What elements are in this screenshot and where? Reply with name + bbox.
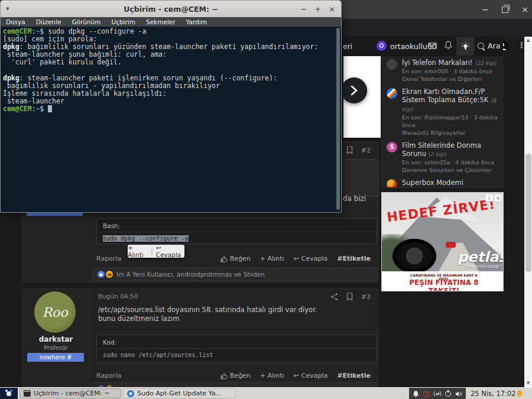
thumbs-up-emoji [98,271,105,278]
taskbar-window-terminal[interactable]: Uçbirim - cem@CEM: ~ [20,388,121,398]
reply-button[interactable]: ↩ Cevapla [294,372,328,379]
advertisement[interactable]: HEDEF ZİRVE! petlas "Türkiye'nin lastiği… [381,192,504,291]
topic-category[interactable]: Genel Telefonlar ve Diğerleri [402,75,498,83]
scroll-up-icon[interactable]: ▲ [524,37,532,44]
quote-button[interactable]: + Alıntı [260,255,284,262]
reactions-text: Im A Yeni Kullanıcı, androidprotmmas ve … [116,271,265,278]
terminal-text: steam-launcher şuna bağımlı: curl, ama: [3,50,167,59]
page-scrollbar[interactable]: ▲ ▼ [524,37,532,387]
bookmark-icon[interactable] [346,293,353,301]
terminal-cursor [48,105,52,112]
author-badge[interactable]: nowhere # [27,353,84,362]
post-body-line2: bunu düzeltmeniz lazım [98,314,317,323]
reply-button[interactable]: ↩ Cevapla [294,255,328,262]
terminal-menu-sekmeler[interactable]: Sekmeler [141,18,181,25]
like-button[interactable]: Beğen [220,255,251,262]
user-avatar[interactable]: O [377,41,387,51]
thumbs-up-icon [220,372,228,379]
terminal-minimize-button[interactable]: − [300,5,307,14]
terminal-scrollbar-thumb[interactable] [336,28,340,210]
search-button[interactable]: Ara [478,41,500,50]
terminal-maximize-button[interactable]: + [314,5,321,14]
selected-code-text[interactable]: sudo dpkg --configure -a [103,235,189,242]
terminal-menubar: DosyaDüzenleGörünümUçbirimSekmelerYardım [1,17,341,27]
browser-close-button[interactable]: × [521,5,528,14]
terminal-text: bağımlılık sorunları - yapılandırılmadan… [3,82,220,90]
reminder-bell-icon[interactable] [516,390,523,398]
topic-viewer-count: (22 kişi) [475,60,496,66]
lightbulb-icon [461,41,470,51]
scroll-down-icon[interactable]: ▼ [524,379,532,387]
tooltip-quote-button[interactable]: + Alıntı [128,244,148,258]
applications-menu-button[interactable] [0,388,18,399]
report-link[interactable]: Raporla [96,372,121,379]
browser-restore-button[interactable] [502,7,508,13]
updates-warning-icon[interactable]: ! [423,391,430,397]
topic-title[interactable]: Superbox Modemi Yüzünden 622 Lira Borç (… [402,179,498,188]
code-text[interactable]: sudo nano /etc/apt/sources.list [97,349,377,361]
sidebar-topic[interactable]: SFilm Sitelerinde Donma Sorunu (2 kişi)E… [387,141,498,174]
terminal-text: İşleme sırasında hatalarla karşılaşıldı: [3,89,167,98]
topic-category[interactable]: Masaüstü Bilgisayarlar [402,129,498,137]
topic-category[interactable]: Donanım Sorunları ve Çözümler [402,166,498,174]
like-label: Beğen [230,255,251,262]
code-language-label: Bash: [97,219,377,232]
alerts-bell-icon[interactable] [445,41,452,50]
scrollbar-thumb[interactable] [525,154,531,272]
tooltip-reply-button[interactable]: ↩ Cevapla [156,244,184,258]
inbox-envelope-icon[interactable] [428,43,437,49]
theme-toggle-button[interactable] [456,37,474,56]
power-manager-icon[interactable] [445,391,451,397]
author-name[interactable]: darkstar [22,335,89,343]
terminal-titlebar[interactable]: ▾ Uçbirim - cem@CEM: ~ − + × [1,1,341,17]
terminal-title: Uçbirim - cem@CEM: ~ [1,5,341,14]
terminal-body[interactable]: cem@CEM:~$ sudo dpkg --configure -a[sudo… [1,27,341,212]
share-icon[interactable] [330,293,338,301]
post-number[interactable]: #2 [361,147,371,154]
ad-close-icon[interactable]: × [494,194,502,202]
network-icon[interactable]: (⇄) [433,391,442,397]
nav-partial-text[interactable]: eri [343,42,352,51]
terminal-menu-yardım[interactable]: Yardım [181,18,212,25]
report-link[interactable]: Raporla [96,255,121,262]
post-number[interactable]: #3 [361,293,371,301]
sidebar-topic[interactable]: Superbox Modemi Yüzünden 622 Lira Borç (… [387,179,498,188]
thumbs-up-icon [220,255,228,262]
ad-info-icon[interactable]: i [485,194,493,202]
terminal-menu-görünüm[interactable]: Görünüm [66,18,106,25]
terminal-menu-düzenle[interactable]: Düzenle [31,18,67,25]
taskbar-window-browser[interactable]: Sudo Apt-Get Update Ya... [123,388,235,398]
volume-icon[interactable] [455,391,462,397]
topic-avatar [387,59,397,70]
reactions-bar[interactable]: Im A Yeni Kullanıcı, androidprotmmas ve … [92,268,378,281]
topic-last-post: En son: emir000 · 3 dakika önce [402,67,498,75]
author-avatar[interactable]: Roo [34,291,76,333]
sidebar-topic[interactable]: İyi Telefon Markaları! (22 kişi)En son: … [387,59,498,83]
topic-title[interactable]: Film Sitelerinde Donma Sorunu (2 kişi) [402,141,498,158]
topic-title[interactable]: Ekran Kartı Olmadan,F/P Sistem Toplama B… [402,87,498,113]
topic-title[interactable]: İyi Telefon Markaları! (22 kişi) [402,59,498,67]
browser-minimize-button[interactable]: − [482,5,489,14]
tag-button[interactable]: #Etiketle [337,372,371,379]
terminal-close-button[interactable]: × [329,5,335,14]
sidebar-topic[interactable]: Ekran Kartı Olmadan,F/P Sistem Toplama B… [387,87,498,137]
reactions-bar-partial[interactable]: Im A Yeni Kullanıcı, androidprotmmas ve … [92,382,378,387]
bookmark-icon[interactable] [346,146,353,154]
notification-bell-icon[interactable] [413,390,419,398]
tag-button[interactable]: #Etiketle [337,255,371,262]
terminal-scrollbar[interactable] [336,28,340,210]
terminal-icon [24,390,31,397]
ad-scene: HEDEF ZİRVE! petlas "Türkiye'nin lastiği… [382,193,504,271]
post-timestamp[interactable]: Bugün 04:50 [98,293,138,300]
terminal-text: $ [40,105,48,113]
quote-button[interactable]: + Alıntı [260,372,284,379]
like-button[interactable]: Beğen [220,372,251,379]
terminal-line: 'curl' paketi kurulu değil. [3,59,318,66]
terminal-menu-uçbirim[interactable]: Uçbirim [106,18,141,25]
terminal-text: dpkg [3,74,20,82]
terminal-menu-dosya[interactable]: Dosya [1,18,31,25]
clock[interactable]: 25 Nis, 17:02 [471,390,516,398]
carousel-next-button[interactable] [341,77,367,103]
latest-topics-panel: İyi Telefon Markaları! (22 kişi)En son: … [381,56,503,188]
terminal-text: cem@CEM [3,27,31,35]
